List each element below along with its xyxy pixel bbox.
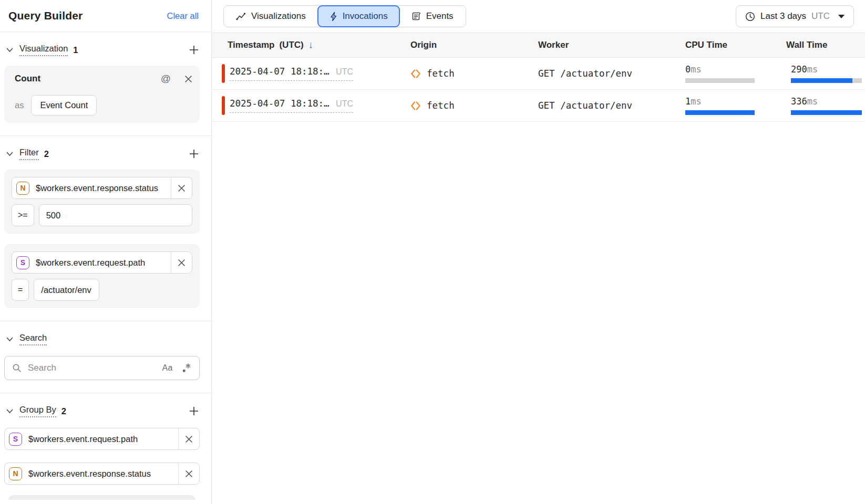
column-header-worker[interactable]: Worker <box>538 40 685 50</box>
workers-logo-icon <box>410 100 421 111</box>
group-by-field-name[interactable]: $workers.event.response.status <box>28 469 178 479</box>
wall-time-value: 336ms <box>791 96 865 107</box>
workers-observability-app: Query Builder Clear all Visualization 1 … <box>0 0 865 504</box>
filter-field-name[interactable]: $workers.event.response.status <box>36 183 171 193</box>
remove-group-by-button[interactable] <box>178 463 199 484</box>
remove-filter-button[interactable] <box>171 252 192 273</box>
wall-time-value: 290ms <box>791 64 865 75</box>
filter-value-input[interactable] <box>34 279 99 301</box>
chevron-down-icon[interactable] <box>4 152 15 156</box>
column-header-wall-time[interactable]: Wall Time <box>786 40 865 50</box>
search-icon <box>12 363 22 373</box>
add-visualization-button[interactable] <box>188 44 200 56</box>
group-by-field-name[interactable]: $workers.event.request.path <box>28 434 178 444</box>
section-label-group-by: Group By <box>19 405 56 417</box>
error-status-indicator <box>222 96 225 115</box>
row-timestamp[interactable]: 2025-04-07 18:18:… UTC <box>230 98 353 113</box>
chart-line-icon <box>236 12 246 21</box>
filter-field: N $workers.event.response.status <box>12 177 192 199</box>
worker-value: GET /actuator/env <box>538 68 632 79</box>
timestamp-value: 2025-04-07 18:18:… <box>230 66 329 77</box>
clock-icon <box>745 12 755 22</box>
filter-field-name[interactable]: $workers.event.request.path <box>36 258 171 268</box>
tab-label: Invocations <box>343 11 388 22</box>
page-title: Query Builder <box>8 9 83 22</box>
section-label-visualization: Visualization <box>19 44 68 56</box>
time-range-timezone: UTC <box>811 11 830 22</box>
alias-button[interactable]: Event Count <box>31 95 97 116</box>
add-filter-button[interactable] <box>188 148 200 160</box>
column-label: Timestamp <box>228 40 274 50</box>
column-header-cpu-time[interactable]: CPU Time <box>685 40 786 50</box>
row-timestamp[interactable]: 2025-04-07 18:18:… UTC <box>230 66 353 81</box>
remove-filter-button[interactable] <box>171 177 192 198</box>
visualization-function: Count <box>15 74 40 84</box>
wall-time-bar <box>791 110 862 115</box>
number-type-badge: N <box>9 467 22 480</box>
search-section: Search Aa <box>0 321 211 393</box>
origin-value: fetch <box>427 68 455 79</box>
chevron-down-icon[interactable] <box>4 48 15 52</box>
group-by-field: N $workers.event.response.status <box>4 463 200 485</box>
match-case-icon[interactable]: Aa <box>162 363 173 373</box>
filter-card: S $workers.event.request.path = <box>4 244 200 308</box>
column-label: CPU Time <box>685 40 727 50</box>
caret-down-icon <box>838 15 845 18</box>
document-icon <box>411 12 421 21</box>
visualization-card: Count @ as Event Count <box>4 66 200 123</box>
chevron-down-icon[interactable] <box>4 409 15 414</box>
origin-value: fetch <box>427 100 455 111</box>
cpu-time-bar <box>685 110 755 115</box>
filter-card: N $workers.event.response.status >= <box>4 170 200 234</box>
group-by-count: 2 <box>61 406 66 416</box>
invocation-row[interactable]: 2025-04-07 18:18:… UTC fetch GET /actuat… <box>212 58 865 90</box>
invocation-row[interactable]: 2025-04-07 18:18:… UTC fetch GET /actuat… <box>212 90 865 122</box>
time-range-dropdown[interactable]: Last 3 days UTC <box>736 5 854 27</box>
filter-count: 2 <box>44 149 49 159</box>
next-section-card-edge <box>8 495 195 500</box>
chevron-down-icon[interactable] <box>4 337 15 342</box>
regex-icon[interactable] <box>181 363 192 373</box>
filter-section: Filter 2 N $workers.event.response.statu… <box>0 136 211 321</box>
sort-descending-icon[interactable]: ↓ <box>308 39 314 51</box>
time-range-label: Last 3 days <box>760 11 806 22</box>
lightning-icon <box>329 12 337 22</box>
section-label-filter: Filter <box>19 148 39 160</box>
visualization-section: Visualization 1 Count @ as Event Count <box>0 32 211 136</box>
tab-events[interactable]: Events <box>399 6 466 27</box>
query-builder-panel: Query Builder Clear all Visualization 1 … <box>0 0 212 504</box>
search-box: Aa <box>4 356 200 380</box>
section-label-search: Search <box>19 333 47 345</box>
error-status-indicator <box>222 64 225 83</box>
timestamp-timezone: UTC <box>336 67 353 76</box>
timestamp-value: 2025-04-07 18:18:… <box>230 98 329 109</box>
string-type-badge: S <box>16 256 29 269</box>
table-header: Timestamp (UTC) ↓ Origin Worker CPU Time… <box>212 33 865 58</box>
query-builder-header: Query Builder Clear all <box>0 0 211 32</box>
tab-invocations[interactable]: Invocations <box>317 5 400 27</box>
column-header-timestamp[interactable]: Timestamp (UTC) ↓ <box>228 39 410 51</box>
group-by-field: S $workers.event.request.path <box>4 428 200 450</box>
string-type-badge: S <box>9 433 22 446</box>
filter-value-input[interactable] <box>39 204 192 226</box>
filter-operator-button[interactable]: >= <box>12 204 34 226</box>
workers-logo-icon <box>410 68 421 79</box>
cpu-time-value: 1ms <box>685 96 791 107</box>
filter-operator-button[interactable]: = <box>12 279 29 301</box>
clear-all-link[interactable]: Clear all <box>167 11 199 21</box>
tab-visualizations[interactable]: Visualizations <box>224 6 318 27</box>
timestamp-timezone: UTC <box>336 99 353 108</box>
column-header-origin[interactable]: Origin <box>410 40 538 50</box>
worker-value: GET /actuator/env <box>538 100 632 111</box>
add-group-by-button[interactable] <box>188 405 200 417</box>
as-label: as <box>15 100 24 110</box>
cpu-time-bar <box>685 78 755 83</box>
search-input[interactable] <box>28 363 156 373</box>
cpu-time-value: 0ms <box>685 64 791 75</box>
remove-group-by-button[interactable] <box>178 428 199 449</box>
visualization-count: 1 <box>73 45 78 55</box>
column-label: Worker <box>538 40 569 50</box>
at-icon[interactable]: @ <box>161 73 171 85</box>
results-panel: Visualizations Invocations <box>212 0 865 504</box>
remove-visualization-button[interactable] <box>184 75 192 83</box>
